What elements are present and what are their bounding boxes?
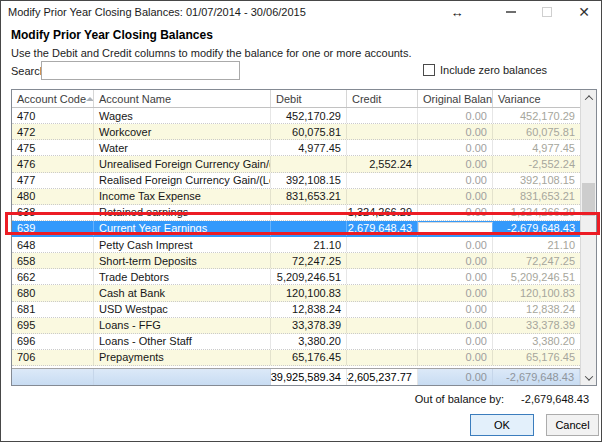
column-header-credit[interactable]: Credit (347, 90, 418, 107)
cell-credit (347, 173, 418, 188)
maximize-button[interactable] (538, 1, 556, 23)
table-row[interactable]: 658Short-term Deposits72,247.250.0072,24… (12, 253, 580, 269)
scroll-up-button[interactable] (581, 90, 596, 105)
cell-name: Trade Debtors (94, 269, 271, 284)
table-row[interactable]: 648Petty Cash Imprest21.100.0021.10 (12, 237, 580, 253)
cell-code: 476 (12, 156, 94, 171)
cell-code: 681 (12, 302, 94, 317)
table-row[interactable]: 681USD Westpac12,838.240.0012,838.24 (12, 302, 580, 318)
scroll-down-button[interactable] (581, 370, 596, 385)
table-row[interactable]: 680Cash at Bank120,100.830.00120,100.83 (12, 285, 580, 301)
cell-variance: 4,977.45 (493, 140, 580, 155)
search-input[interactable] (41, 61, 240, 80)
cell-code: 648 (12, 237, 94, 252)
cancel-button[interactable]: Cancel (546, 414, 599, 436)
table-body: 470Wages452,170.290.00452,170.29472Workc… (12, 108, 580, 366)
totals-original-balance: 0.00 (418, 369, 493, 385)
totals-debit: 39,925,589.34 (271, 369, 347, 385)
maximize-icon (542, 7, 552, 17)
resize-button[interactable]: ↔ (448, 1, 466, 23)
close-button[interactable]: ✕ (574, 1, 594, 23)
cell-variance: 831,653.21 (493, 189, 580, 204)
cell-code: 696 (12, 334, 94, 349)
cell-original: 0.00 (418, 302, 493, 317)
table-row[interactable]: 695Loans - FFG33,378.390.0033,378.39 (12, 318, 580, 334)
table-row[interactable]: 472Workcover60,075.810.0060,075.81 (12, 124, 580, 140)
column-header-debit[interactable]: Debit (271, 90, 347, 107)
cell-code: 662 (12, 269, 94, 284)
cell-debit: 831,653.21 (271, 189, 347, 204)
cell-variance: 60,075.81 (493, 124, 580, 139)
vertical-scrollbar[interactable] (580, 90, 596, 385)
cell-name: Petty Cash Imprest (94, 237, 271, 252)
cell-variance: 33,378.39 (493, 318, 580, 333)
cell-name: Prepayments (94, 350, 271, 365)
totals-variance: -2,679,648.43 (493, 369, 580, 385)
table-row[interactable]: 476Unrealised Foreign Currency Gain/(Los… (12, 156, 580, 172)
cell-variance: 120,100.83 (493, 285, 580, 300)
cell-original: 0.00 (418, 350, 493, 365)
cell-name: Current Year Earnings (94, 221, 271, 236)
cell-debit: 4,977.45 (271, 140, 347, 155)
cell-variance: 3,380.20 (493, 334, 580, 349)
cell-original[interactable]: 0.00 (418, 222, 493, 235)
cell-credit (347, 302, 418, 317)
column-header-account-code[interactable]: Account Code (12, 90, 94, 107)
cell-original: 0.00 (418, 108, 493, 123)
cell-code: 480 (12, 189, 94, 204)
cell-debit: 21.10 (271, 237, 347, 252)
cell-credit (347, 108, 418, 123)
cell-name: Cash at Bank (94, 285, 271, 300)
table-row[interactable]: 696Loans - Other Staff3,380.200.003,380.… (12, 334, 580, 350)
cell-debit: 5,209,246.51 (271, 269, 347, 284)
table-row[interactable]: 480Income Tax Expense831,653.210.00831,6… (12, 189, 580, 205)
scrollbar-thumb[interactable] (582, 183, 595, 216)
cell-debit: 452,170.29 (271, 108, 347, 123)
minimize-icon (506, 11, 516, 13)
sort-ascending-icon (86, 97, 94, 101)
cell-variance: 21.10 (493, 237, 580, 252)
cell-credit (347, 350, 418, 365)
column-header-original-balance[interactable]: Original Balance (418, 90, 493, 107)
table-row[interactable]: 662Trade Debtors5,209,246.510.005,209,24… (12, 269, 580, 285)
cell-name: Workcover (94, 124, 271, 139)
cell-credit: 1,324,266.29 (347, 205, 418, 220)
close-icon: ✕ (578, 4, 590, 20)
cell-debit (271, 205, 347, 220)
cell-variance: 72,247.25 (493, 253, 580, 268)
table-row[interactable]: 475Water4,977.450.004,977.45 (12, 140, 580, 156)
cell-credit (347, 269, 418, 284)
table-row[interactable]: 706Prepayments65,176.450.0065,176.45 (12, 350, 580, 366)
cell-original: 0.00 (418, 269, 493, 284)
include-zero-balances-checkbox[interactable] (423, 64, 435, 76)
cell-code: 638 (12, 205, 94, 220)
column-header-account-name[interactable]: Account Name (94, 90, 271, 107)
ok-button[interactable]: OK (470, 414, 534, 436)
table-row[interactable]: 477Realised Foreign Currency Gain/(Loss)… (12, 173, 580, 189)
column-header-variance[interactable]: Variance (493, 90, 580, 107)
page-title: Modify Prior Year Closing Balances (11, 28, 213, 42)
chevron-up-icon (584, 95, 592, 103)
window-title: Modify Prior Year Closing Balances: 01/0… (8, 1, 306, 23)
cell-credit (347, 237, 418, 252)
totals-name-cell (94, 369, 271, 385)
minimize-button[interactable] (502, 1, 520, 23)
cell-name: Short-term Deposits (94, 253, 271, 268)
cell-original: 0.00 (418, 156, 493, 171)
table-row[interactable]: 470Wages452,170.290.00452,170.29 (12, 108, 580, 124)
out-of-balance-value: -2,679,648.43 (521, 393, 589, 405)
cell-variance: -2,552.24 (493, 156, 580, 171)
cell-original: 0.00 (418, 318, 493, 333)
table-row[interactable]: 638Retained earnings1,324,266.290.00-1,3… (12, 205, 580, 221)
column-header-label: Account Name (99, 93, 171, 105)
cell-debit: 3,380.20 (271, 334, 347, 349)
column-header-label: Credit (352, 93, 381, 105)
cell-variance: 452,170.29 (493, 108, 580, 123)
column-header-label: Account Code (17, 93, 86, 105)
cell-code: 680 (12, 285, 94, 300)
cell-original: 0.00 (418, 205, 493, 220)
cell-name: Wages (94, 108, 271, 123)
accounts-grid: Account CodeAccount NameDebitCreditOrigi… (12, 90, 580, 385)
table-row-selected[interactable]: 639Current Year Earnings2,679,648.430.00… (12, 221, 580, 237)
cell-original: 0.00 (418, 285, 493, 300)
